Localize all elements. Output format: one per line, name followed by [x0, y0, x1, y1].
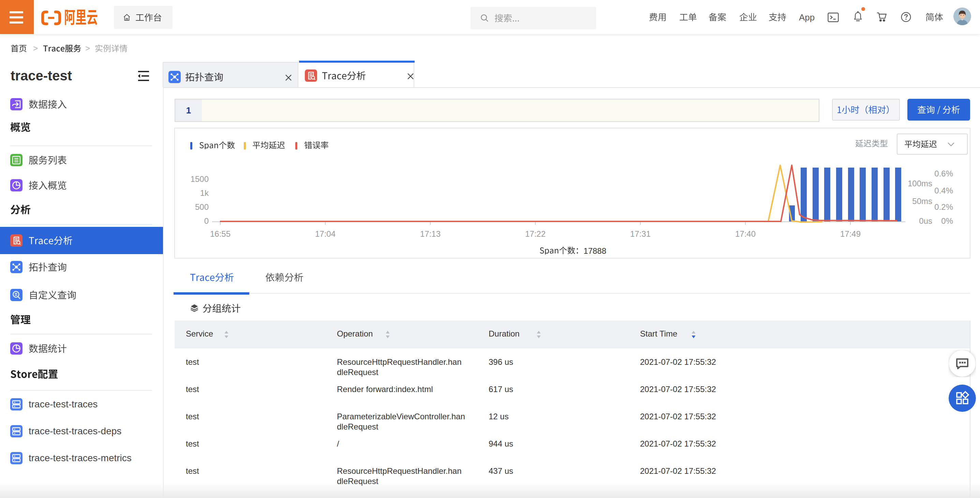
- svg-text:0: 0: [204, 216, 209, 225]
- svg-text:1k: 1k: [200, 189, 209, 198]
- svg-text:0.4%: 0.4%: [934, 186, 953, 195]
- svg-text:16:55: 16:55: [210, 229, 231, 238]
- svg-text:17:31: 17:31: [630, 229, 651, 238]
- svg-text:17:04: 17:04: [315, 229, 336, 238]
- svg-text:0%: 0%: [941, 216, 953, 225]
- svg-text:0.6%: 0.6%: [934, 169, 953, 178]
- svg-text:500: 500: [195, 202, 209, 211]
- svg-text:50ms: 50ms: [912, 197, 932, 206]
- svg-text:17:49: 17:49: [840, 229, 861, 238]
- svg-text:17:40: 17:40: [735, 229, 756, 238]
- svg-text:0us: 0us: [919, 216, 932, 225]
- svg-text:17:13: 17:13: [420, 229, 441, 238]
- svg-text:1500: 1500: [191, 174, 209, 184]
- svg-text:0.2%: 0.2%: [934, 202, 953, 211]
- svg-text:17:22: 17:22: [525, 229, 546, 238]
- svg-text:100ms: 100ms: [908, 179, 932, 188]
